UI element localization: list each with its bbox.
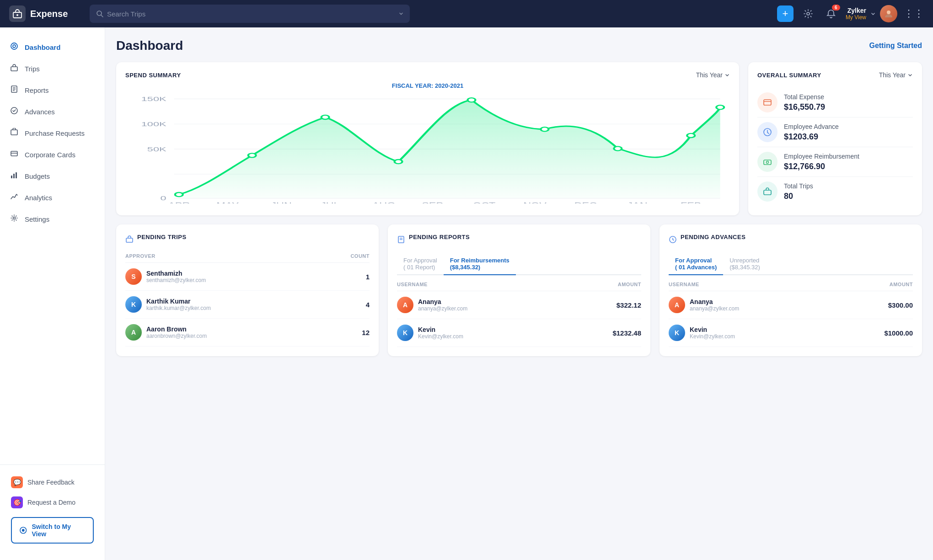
user-profile[interactable]: Zylker My View [846, 5, 897, 22]
content-header: Dashboard Getting Started [116, 38, 922, 53]
ananya-report-amount: $322.12 [617, 301, 641, 309]
svg-text:100K: 100K [141, 121, 166, 127]
sidebar-item-purchase-requests[interactable]: Purchase Requests [0, 123, 105, 144]
sidebar-item-corporate-cards[interactable]: Corporate Cards [0, 144, 105, 165]
search-input[interactable] [107, 10, 395, 18]
svg-point-20 [13, 217, 16, 219]
svg-point-35 [395, 160, 402, 164]
topnav-actions: + 6 Zylker My View [777, 5, 924, 22]
pending-reports-icon [397, 235, 405, 245]
add-button[interactable]: + [777, 5, 794, 22]
pending-trips-card: PENDING TRIPS APPROVER COUNT S Senthamiz… [116, 224, 379, 356]
sidebar-item-budgets[interactable]: Budgets [0, 165, 105, 187]
search-bar[interactable] [90, 5, 410, 23]
pending-advances-tabs: For Approval ( 01 Advances) Unreported (… [669, 253, 913, 275]
spend-summary-title: SPEND SUMMARY [125, 72, 181, 79]
svg-point-6 [11, 43, 17, 49]
page-title: Dashboard [116, 38, 183, 53]
svg-point-22 [22, 529, 25, 532]
tab-unreported-amount: ($8,345.32) [729, 264, 760, 271]
tab-advances-approval[interactable]: For Approval ( 01 Advances) [669, 253, 723, 275]
svg-text:JAN: JAN [627, 201, 647, 203]
tab-approval-label: For Approval [403, 257, 437, 264]
pending-trips-col-headers: APPROVER COUNT [125, 253, 370, 263]
sidebar-item-label: Dashboard [25, 43, 60, 51]
topnav: Expense + 6 Zylker [0, 0, 933, 27]
pending-reports-header: PENDING REPORTS [397, 234, 641, 247]
dashboard-icon [9, 42, 19, 53]
svg-text:50K: 50K [147, 146, 166, 152]
pending-advances-header: PENDING ADVANCES [669, 234, 913, 247]
settings-icon [9, 214, 19, 224]
svg-point-33 [248, 153, 256, 157]
sidebar-item-reports[interactable]: Reports [0, 80, 105, 101]
svg-text:APR: APR [168, 201, 190, 203]
avatar[interactable] [880, 5, 897, 22]
sidebar-nav: Dashboard Trips [0, 37, 105, 461]
tab-unreported[interactable]: Unreported ($8,345.32) [723, 253, 767, 275]
sidebar: Dashboard Trips [0, 27, 105, 560]
search-dropdown-icon[interactable] [399, 11, 403, 16]
sidebar-item-advances[interactable]: Advances [0, 101, 105, 123]
tab-for-reimbursements[interactable]: For Reimbursements ($8,345.32) [444, 253, 516, 275]
svg-text:AUG: AUG [372, 201, 396, 203]
pending-advances-icon [669, 235, 677, 245]
col-amount-advances: AMOUNT [890, 282, 913, 287]
summary-item-total-expense: Total Expense $16,550.79 [757, 88, 913, 117]
ananya-report-info: Ananya ananya@zylker.com [418, 298, 467, 312]
pending-advance-row-0: A Ananya ananya@zylker.com $300.00 [669, 291, 913, 319]
svg-point-38 [614, 146, 622, 150]
aaron-info: Aaron Brown aaronbrown@zylker.com [146, 325, 207, 339]
svg-rect-57 [764, 190, 771, 195]
ananya-advance-avatar: A [669, 297, 685, 313]
summary-item-total-trips: Total Trips 80 [757, 177, 913, 206]
sidebar-item-dashboard[interactable]: Dashboard [0, 37, 105, 58]
sidebar-item-trips[interactable]: Trips [0, 58, 105, 80]
senthamizh-avatar: S [125, 268, 142, 285]
aaron-email: aaronbrown@zylker.com [146, 333, 207, 339]
share-feedback-button[interactable]: 💬 Share Feedback [5, 472, 99, 492]
overall-period-label: This Year [879, 71, 906, 79]
col-approver: APPROVER [125, 253, 156, 259]
pending-advances-col-headers: USERNAME AMOUNT [669, 282, 913, 291]
search-icon [96, 10, 103, 17]
switch-view-button[interactable]: Switch to My View [11, 517, 94, 544]
brand-icon [9, 5, 26, 22]
sidebar-analytics-label: Analytics [25, 194, 52, 202]
svg-text:SEP: SEP [422, 201, 443, 203]
pending-trip-row-2: A Aaron Brown aaronbrown@zylker.com 12 [125, 319, 370, 347]
analytics-icon [9, 192, 19, 203]
employee-advance-value: $1203.69 [784, 132, 839, 142]
switch-view-label: Switch to My View [32, 523, 86, 538]
svg-text:JUL: JUL [321, 201, 340, 203]
getting-started-link[interactable]: Getting Started [869, 42, 922, 50]
sidebar-item-settings[interactable]: Settings [0, 208, 105, 230]
notification-badge: 6 [832, 5, 840, 11]
overall-period-selector[interactable]: This Year [879, 71, 913, 79]
pending-trips-icon [125, 235, 134, 245]
pending-reports-tabs: For Approval ( 01 Report) For Reimbursem… [397, 253, 641, 275]
user-info: Zylker My View [846, 7, 866, 21]
svg-rect-52 [764, 100, 771, 105]
kevin-report-amount: $1232.48 [612, 329, 641, 337]
col-username-reports: USERNAME [397, 282, 428, 287]
karthik-avatar: K [125, 296, 142, 313]
grid-menu-icon[interactable]: ⋮⋮ [904, 8, 924, 20]
settings-button[interactable] [800, 5, 816, 22]
sidebar-item-analytics[interactable]: Analytics [0, 187, 105, 208]
svg-text:NOV: NOV [523, 201, 547, 203]
spend-period-selector[interactable]: This Year [696, 71, 730, 79]
notifications-button[interactable]: 6 [823, 5, 839, 22]
tab-for-approval[interactable]: For Approval ( 01 Report) [397, 253, 444, 275]
col-count: COUNT [350, 253, 370, 259]
svg-point-7 [13, 45, 16, 48]
total-expense-info: Total Expense $16,550.79 [784, 93, 825, 112]
svg-point-56 [767, 161, 769, 164]
ananya-report-left: A Ananya ananya@zylker.com [397, 297, 467, 313]
overall-period-chevron [907, 72, 913, 78]
request-demo-button[interactable]: 🎯 Request a Demo [5, 492, 99, 512]
svg-rect-15 [11, 151, 17, 156]
col-amount-reports: AMOUNT [618, 282, 641, 287]
feedback-icon: 💬 [11, 476, 23, 488]
svg-point-4 [807, 12, 810, 15]
